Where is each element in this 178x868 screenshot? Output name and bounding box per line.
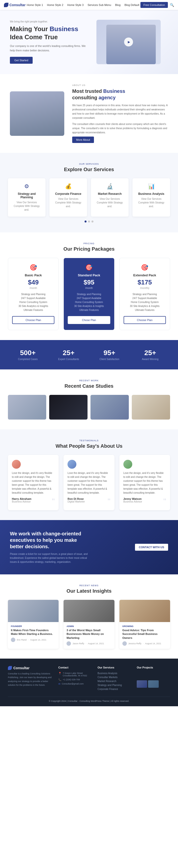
service-desc-1: View Our Services Complete With Strategy… [11, 200, 42, 212]
logo[interactable]: Consultar [4, 3, 26, 7]
nav-services[interactable]: Services Sub Menu [88, 3, 111, 6]
footer-address-text: 7 Green Lake Street Croudlandville, IN 4… [63, 672, 92, 677]
pricing-btn-basic[interactable]: Choose Plan [12, 316, 54, 324]
about-image [10, 91, 64, 136]
case-image-4[interactable] [132, 395, 170, 420]
pricing-extended: 🎯 Extended Pack $175 /monthly Strategy a… [119, 258, 170, 330]
about-person-image [10, 91, 64, 136]
dot-1[interactable] [85, 220, 87, 222]
navbar: Consultar Home Style 1 Home Style 2 Home… [0, 0, 178, 10]
testimonials-section: Testimonials What People Say's About Us … [0, 429, 178, 520]
cta-description: Please create a ticket for our support f… [10, 552, 90, 564]
blog-content-2: Admin 3 of the Worst Ways Small Business… [63, 622, 114, 649]
blog-author-3: Jessica Reffy [128, 642, 141, 645]
testimonial-avatar-1 [12, 460, 21, 469]
testimonials-title: What People Say's About Us [8, 443, 170, 449]
footer-project-thumb-3[interactable] [160, 672, 170, 679]
footer-projects-col: Our Projects [137, 666, 170, 692]
service-icon-1: ⚙ [11, 183, 42, 190]
nav-blog-default[interactable]: Blog Default [125, 3, 140, 6]
copyright-text: © Copyright 2024 | Consultar - Consultin… [49, 700, 129, 702]
pricing-name-basic: Basic Pack [12, 273, 54, 277]
case-image-1[interactable] [8, 395, 46, 420]
testimonial-role-1: Business Advisor [12, 500, 55, 503]
services-carousel-dots [8, 220, 170, 222]
footer-project-thumb-6[interactable] [160, 680, 170, 688]
blog-content-1: Founder It Makes First-Time Founders Mak… [8, 622, 59, 645]
testimonial-name-2: Ron Di Rose [67, 497, 110, 500]
blog-category-3: Growing [122, 625, 167, 627]
more-about-button[interactable]: More About [72, 136, 94, 143]
nav-blog[interactable]: Blog [115, 3, 121, 6]
footer-phone: 📞 +1 (226) 028-709 [58, 678, 92, 681]
stat-number-1: 500+ [10, 349, 46, 357]
stats-section: 500+ Completed Cases 25+ Expert Consulta… [0, 340, 178, 369]
stat-number-4: 25+ [132, 349, 168, 357]
hero-title-line2: Idea Come True [10, 33, 58, 41]
testimonials-grid: Love the design, and it's very flexible … [8, 455, 170, 510]
pricing-period-extended: /monthly [124, 287, 166, 289]
search-icon[interactable]: 🔍 [170, 3, 174, 7]
logo-icon [4, 3, 8, 7]
blog-title-1: It Makes First-Time Founders Make When S… [11, 628, 56, 636]
service-card-3: 🔬 Market Research View Our Services Comp… [91, 178, 128, 217]
pricing-label: Pricing [8, 242, 170, 245]
testimonial-1: Love the design, and it's very flexible … [8, 455, 59, 510]
pricing-btn-standard[interactable]: Chose Plan [68, 316, 110, 324]
dot-2[interactable] [88, 220, 90, 222]
stat-4: 25+ Award Winning [132, 349, 168, 361]
footer-contact-col: Contact 📍 7 Green Lake Street Croudlandv… [58, 666, 92, 692]
pricing-feature-ext-2: 24/7 Support Available [124, 297, 166, 300]
footer-project-thumb-2[interactable] [148, 672, 158, 679]
footer-project-thumb-4[interactable] [137, 680, 147, 688]
stat-number-3: 95+ [91, 349, 127, 357]
play-button[interactable] [124, 37, 133, 46]
footer-email: ✉ Consultar@gmail.com [58, 683, 92, 685]
blog-section: Recent News Our Latest Insights Founder … [0, 575, 178, 659]
nav-home3[interactable]: Home Style 3 [67, 3, 84, 6]
pricing-feature-ext-3: Home Consulting System [124, 301, 166, 304]
hero-title-line1: Making Your [10, 25, 50, 33]
pricing-feature-std-4: 30 Site Analytics & Insights [68, 305, 110, 307]
footer-project-thumb-1[interactable] [137, 672, 147, 679]
blog-post-3[interactable]: Growing Good Advice: Tips From Successfu… [119, 600, 170, 649]
pricing-feature-basic-1: Strategy and Planning [12, 293, 54, 296]
footer-services-heading: Our Services [97, 666, 131, 669]
blog-post-1[interactable]: Founder It Makes First-Time Founders Mak… [8, 600, 59, 649]
pricing-btn-extended[interactable]: Choose Plan [124, 316, 166, 324]
footer-link-4[interactable]: Strategy and Planning [97, 684, 131, 686]
service-desc-4: View Our Services Complete With Strategy… [136, 197, 167, 208]
dot-3[interactable] [91, 220, 93, 222]
footer-logo: Consultar [8, 666, 52, 670]
footer-logo-text: Consultar [13, 666, 29, 670]
case-image-3[interactable] [90, 395, 129, 420]
blog-category-1: Founder [11, 625, 56, 627]
blog-date-3: August 14, 2021 [145, 642, 161, 645]
blog-post-2[interactable]: Admin 3 of the Worst Ways Small Business… [63, 600, 114, 649]
get-started-button[interactable]: Get Started [10, 57, 33, 64]
nav-home1[interactable]: Home Style 1 [27, 3, 43, 6]
testimonial-name-3: Jenny Watson [123, 497, 166, 500]
footer-link-5[interactable]: Corporate Finance [97, 688, 131, 690]
consultation-button[interactable]: Free Consultation [141, 2, 168, 8]
contact-button[interactable]: CONTACT WITH US [135, 544, 168, 551]
service-name-2: Corporate Finance [53, 192, 84, 195]
footer-project-thumb-5[interactable] [148, 680, 158, 688]
services-section: Our Services Explore Our Services ⚙ Stra… [0, 153, 178, 232]
navbar-right: Free Consultation 🔍 [141, 2, 174, 8]
about-paragraph2: The consultant often counsels their clie… [72, 122, 168, 134]
hero-title: Making Your Business Idea Come True [10, 25, 89, 41]
services-label: Our Services [8, 163, 170, 165]
footer-link-2[interactable]: Consultar Markets [97, 676, 131, 679]
service-icon-2: 💰 [53, 183, 84, 190]
service-name-1: Strategy and Planning [11, 192, 42, 199]
case-image-2[interactable] [49, 395, 88, 420]
blog-category-2: Admin [66, 625, 111, 627]
pricing-grid: 🎯 Basic Pack $49 /month Strategy and Pla… [8, 258, 170, 330]
hero-title-highlight: Business [50, 25, 78, 33]
footer-link-3[interactable]: Market Research [97, 680, 131, 683]
pricing-section: Pricing Our Pricing Packages 🎯 Basic Pac… [0, 232, 178, 340]
footer-link-1[interactable]: Business Analysis [97, 672, 131, 675]
nav-links: Home Style 1 Home Style 2 Home Style 3 S… [27, 3, 139, 6]
nav-home2[interactable]: Home Style 2 [47, 3, 63, 6]
